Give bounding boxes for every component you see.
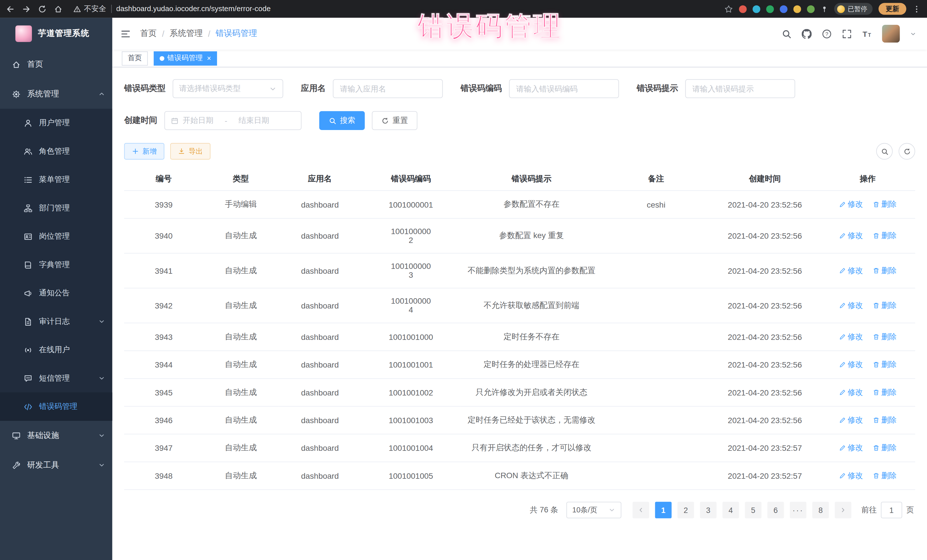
table-row: 3942 自动生成 dashboard 100100000 4 不允许获取敏感配… <box>124 288 915 323</box>
github-icon[interactable] <box>802 29 812 39</box>
app-layout: 芋道管理系统 首页 系统管理 用户管理 角色管理 <box>0 18 927 560</box>
browser-menu-icon[interactable] <box>912 5 921 14</box>
sidebar-item-roles[interactable]: 角色管理 <box>0 137 112 165</box>
error-code-input[interactable] <box>509 79 619 98</box>
bookmark-star-icon[interactable] <box>724 5 733 14</box>
delete-link[interactable]: 删除 <box>872 199 897 209</box>
sidebar-item-menus[interactable]: 菜单管理 <box>0 165 112 194</box>
page-button-8[interactable]: 8 <box>812 502 829 518</box>
edit-link[interactable]: 修改 <box>839 199 863 209</box>
next-page-button[interactable] <box>835 502 851 518</box>
security-indicator[interactable]: 不安全 <box>73 4 106 14</box>
extension-icon[interactable] <box>793 5 801 13</box>
delete-link[interactable]: 删除 <box>872 359 897 370</box>
delete-link[interactable]: 删除 <box>872 332 897 342</box>
help-icon[interactable] <box>822 29 832 39</box>
delete-link[interactable]: 删除 <box>872 470 897 481</box>
edit-link[interactable]: 修改 <box>839 470 863 481</box>
sidebar-item-home[interactable]: 首页 <box>0 50 112 79</box>
delete-link[interactable]: 删除 <box>872 266 897 276</box>
date-range-picker[interactable]: 开始日期 - 结束日期 <box>164 111 301 130</box>
sidebar-item-dev-tools[interactable]: 研发工具 <box>0 450 112 480</box>
sidebar-item-dictionary[interactable]: 字典管理 <box>0 250 112 279</box>
sidebar-item-error-code[interactable]: 错误码管理 <box>0 392 112 420</box>
browser-home-icon[interactable] <box>54 5 63 14</box>
page-button-6[interactable]: 6 <box>767 502 784 518</box>
sidebar-item-posts[interactable]: 岗位管理 <box>0 222 112 250</box>
sidebar-item-system[interactable]: 系统管理 <box>0 79 112 109</box>
forward-icon[interactable] <box>22 5 31 14</box>
cell-code: 100100000 4 <box>362 288 460 323</box>
sidebar-item-users[interactable]: 用户管理 <box>0 109 112 137</box>
profile-paused-chip[interactable]: 已暂停 <box>834 3 873 15</box>
search-icon[interactable] <box>781 29 792 39</box>
search-button[interactable]: 搜索 <box>319 111 365 130</box>
sidebar-item-notices[interactable]: 通知公告 <box>0 279 112 307</box>
edit-link[interactable]: 修改 <box>839 387 863 398</box>
extension-icon[interactable] <box>766 5 774 13</box>
reload-icon[interactable] <box>38 5 47 14</box>
more-pages-button[interactable]: ··· <box>790 502 806 518</box>
navbar-actions <box>781 25 916 42</box>
breadcrumb-item[interactable]: 系统管理 <box>170 28 203 39</box>
sidebar-item-online-users[interactable]: 在线用户 <box>0 335 112 364</box>
close-icon[interactable]: × <box>207 55 211 62</box>
edit-link[interactable]: 修改 <box>839 231 863 241</box>
pin-extension-icon[interactable] <box>821 5 828 13</box>
edit-link[interactable]: 修改 <box>839 332 863 342</box>
edit-link[interactable]: 修改 <box>839 300 863 311</box>
trash-icon <box>872 201 879 208</box>
extension-icon[interactable] <box>807 5 815 13</box>
page-size-select[interactable]: 10条/页 <box>567 502 622 518</box>
page-button-3[interactable]: 3 <box>700 502 716 518</box>
edit-link[interactable]: 修改 <box>839 359 863 370</box>
cell-code: 100100000 2 <box>362 219 460 253</box>
chevron-down-icon[interactable] <box>910 30 916 37</box>
reset-button[interactable]: 重置 <box>372 111 418 130</box>
extension-icon[interactable] <box>739 5 747 13</box>
sidebar-item-infrastructure[interactable]: 基础设施 <box>0 421 112 451</box>
export-button[interactable]: 导出 <box>170 143 211 160</box>
edit-link[interactable]: 修改 <box>839 415 863 425</box>
address-bar[interactable]: 不安全 dashboard.yudao.iocoder.cn/system/er… <box>73 4 716 14</box>
delete-link[interactable]: 删除 <box>872 415 897 425</box>
error-type-select[interactable]: 请选择错误码类型 <box>173 79 283 98</box>
refresh-table-button[interactable] <box>899 143 915 160</box>
back-icon[interactable] <box>6 5 15 14</box>
delete-link[interactable]: 删除 <box>872 300 897 311</box>
edit-link[interactable]: 修改 <box>839 266 863 276</box>
tag-error-code[interactable]: 错误码管理 × <box>154 51 217 65</box>
font-size-icon[interactable] <box>862 29 872 39</box>
user-avatar[interactable] <box>882 25 900 42</box>
delete-link[interactable]: 删除 <box>872 387 897 398</box>
toggle-search-button[interactable] <box>876 143 893 160</box>
page-button-1[interactable]: 1 <box>655 502 672 518</box>
delete-link[interactable]: 删除 <box>872 231 897 241</box>
sidebar-toggle-icon[interactable] <box>121 29 131 39</box>
prev-page-button[interactable] <box>633 502 649 518</box>
app-name-input[interactable] <box>333 79 443 98</box>
error-message-input[interactable] <box>685 79 795 98</box>
page-button-2[interactable]: 2 <box>678 502 694 518</box>
breadcrumb-item[interactable]: 首页 <box>140 28 157 39</box>
extension-icon[interactable] <box>753 5 760 13</box>
column-header-remark: 备注 <box>603 168 710 191</box>
app-logo[interactable]: 芋道管理系统 <box>0 18 112 50</box>
page-button-5[interactable]: 5 <box>745 502 761 518</box>
tag-home[interactable]: 首页 <box>122 51 148 65</box>
add-button[interactable]: 新增 <box>124 143 164 160</box>
sidebar-item-label: 短信管理 <box>39 373 70 384</box>
sidebar-item-departments[interactable]: 部门管理 <box>0 194 112 222</box>
filter-label: 错误码类型 <box>124 83 166 94</box>
page-button-4[interactable]: 4 <box>722 502 739 518</box>
sidebar-item-audit-log[interactable]: 审计日志 <box>0 307 112 335</box>
cell-create-time: 2021-04-20 23:52:56 <box>710 406 820 434</box>
delete-link[interactable]: 删除 <box>872 443 897 453</box>
extension-icon[interactable] <box>780 5 787 13</box>
browser-update-button[interactable]: 更新 <box>878 3 906 15</box>
goto-page-input[interactable] <box>881 502 902 518</box>
edit-link[interactable]: 修改 <box>839 443 863 453</box>
delete-link-label: 删除 <box>881 443 897 453</box>
sidebar-item-sms[interactable]: 短信管理 <box>0 364 112 392</box>
fullscreen-icon[interactable] <box>842 29 852 39</box>
